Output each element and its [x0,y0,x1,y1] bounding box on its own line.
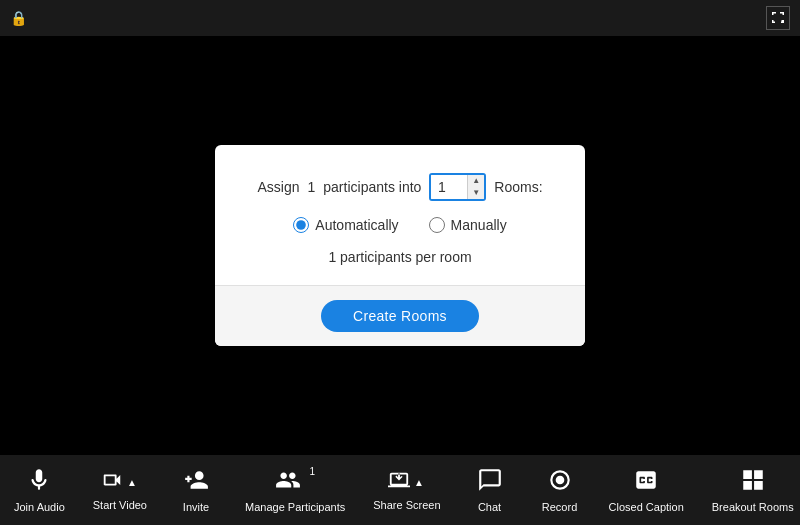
closed-caption-icon [633,467,659,497]
start-video-label: Start Video [93,499,147,511]
lock-icon: 🔒 [10,10,27,26]
create-rooms-button[interactable]: Create Rooms [321,300,479,332]
room-count-input[interactable]: 1 [431,175,467,199]
dialog-footer: Create Rooms [215,285,585,346]
invite-label: Invite [183,501,209,513]
manually-label: Manually [451,217,507,233]
toolbar-item-manage-participants[interactable]: 1 Manage Participants [231,459,359,521]
assign-prefix-text: Assign [257,179,299,195]
start-video-with-arrow: ▲ [101,469,139,495]
toolbar-item-record[interactable]: Record [525,459,595,521]
invite-icon [183,467,209,497]
participants-count-text: 1 [308,179,316,195]
record-label: Record [542,501,577,513]
toolbar-item-breakout-rooms[interactable]: Breakout Rooms [698,459,800,521]
toolbar-item-start-video[interactable]: ▲ Start Video [79,461,161,519]
automatically-option[interactable]: Automatically [293,217,398,233]
room-count-field[interactable]: 1 ▲ ▼ [429,173,486,201]
dialog-body: Assign 1 participants into 1 ▲ ▼ Rooms: … [215,145,585,285]
svg-point-1 [555,476,564,485]
toolbar-item-closed-caption[interactable]: Closed Caption [595,459,698,521]
closed-caption-label: Closed Caption [609,501,684,513]
manually-radio[interactable] [429,217,445,233]
decrement-button[interactable]: ▼ [468,187,484,199]
automatically-label: Automatically [315,217,398,233]
toolbar-item-join-audio[interactable]: Join Audio [0,459,79,521]
start-video-icon [101,469,123,495]
toolbar: Join Audio ▲ Start Video Invite [0,455,800,525]
breakout-rooms-icon [740,467,766,497]
main-content: Assign 1 participants into 1 ▲ ▼ Rooms: … [0,36,800,455]
fullscreen-button[interactable] [766,6,790,30]
assign-row: Assign 1 participants into 1 ▲ ▼ Rooms: [257,173,542,201]
assign-middle-text: participants into [323,179,421,195]
share-screen-arrow-icon[interactable]: ▲ [412,475,426,490]
automatically-radio[interactable] [293,217,309,233]
video-arrow-icon[interactable]: ▲ [125,475,139,490]
manually-option[interactable]: Manually [429,217,507,233]
share-screen-with-arrow: ▲ [388,469,426,495]
breakout-rooms-dialog: Assign 1 participants into 1 ▲ ▼ Rooms: … [215,145,585,346]
increment-button[interactable]: ▲ [468,175,484,187]
share-screen-label: Share Screen [373,499,440,511]
share-screen-icon [388,469,410,495]
join-audio-icon [26,467,52,497]
toolbar-item-share-screen[interactable]: ▲ Share Screen [359,461,454,519]
toolbar-items: Join Audio ▲ Start Video Invite [0,459,800,521]
chat-icon [477,467,503,497]
assignment-method-group: Automatically Manually [293,217,506,233]
participants-per-room-text: 1 participants per room [328,249,471,265]
toolbar-item-chat[interactable]: Chat [455,459,525,521]
room-count-spinner: ▲ ▼ [467,175,484,199]
record-icon [547,467,573,497]
manage-participants-icon: 1 [275,467,315,497]
join-audio-label: Join Audio [14,501,65,513]
breakout-rooms-label: Breakout Rooms [712,501,794,513]
manage-participants-label: Manage Participants [245,501,345,513]
top-bar-left: 🔒 [10,10,27,26]
top-bar-right [766,6,790,30]
top-bar: 🔒 [0,0,800,36]
rooms-suffix-text: Rooms: [494,179,542,195]
toolbar-item-invite[interactable]: Invite [161,459,231,521]
chat-label: Chat [478,501,501,513]
